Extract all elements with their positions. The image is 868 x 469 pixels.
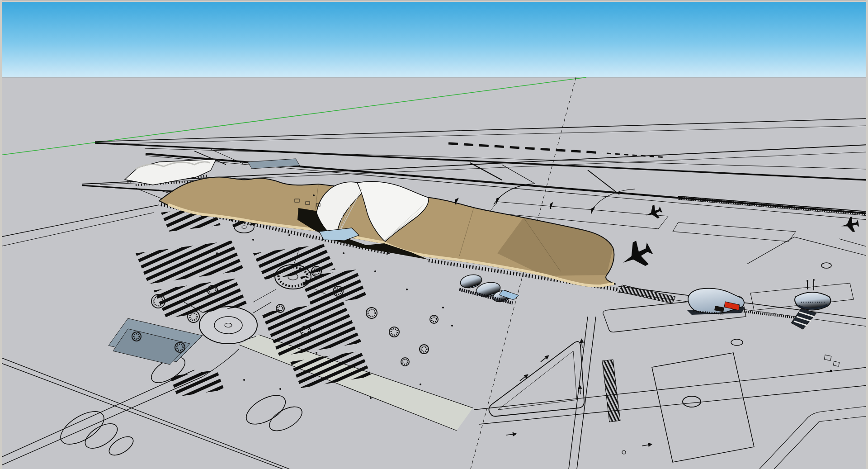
window-border-right	[866, 0, 868, 469]
model-viewport-canvas[interactable]	[0, 0, 868, 469]
antenna-tip	[813, 279, 815, 281]
model-viewport-window	[0, 0, 868, 469]
window-border-left	[0, 0, 2, 469]
sky	[0, 0, 868, 77]
window-border-top	[0, 0, 868, 2]
small-structure	[830, 370, 832, 372]
window-border-edge	[0, 0, 868, 0]
antenna-tip	[807, 280, 808, 282]
